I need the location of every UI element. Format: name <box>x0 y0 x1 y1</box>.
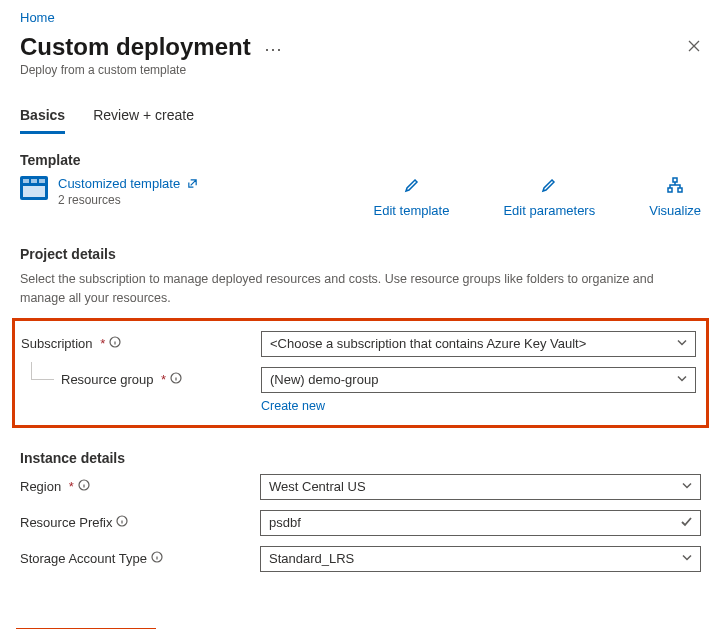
subscription-label: Subscription * <box>21 336 261 351</box>
section-project-details: Project details <box>20 246 701 262</box>
edit-template-button[interactable]: Edit template <box>374 176 450 218</box>
resource-group-label: Resource group * <box>21 372 261 387</box>
hierarchy-icon <box>666 176 684 197</box>
region-label: Region * <box>20 479 260 494</box>
template-resources-count: 2 resources <box>58 193 198 207</box>
info-icon[interactable] <box>116 515 128 530</box>
close-icon[interactable] <box>687 39 701 56</box>
chevron-down-icon <box>676 336 688 351</box>
svg-rect-1 <box>668 188 672 192</box>
pencil-icon <box>403 176 421 197</box>
template-grid-icon <box>20 176 48 200</box>
customized-template-link[interactable]: Customized template <box>58 176 180 191</box>
create-new-link[interactable]: Create new <box>261 399 325 413</box>
storage-account-type-select[interactable]: Standard_LRS <box>260 546 701 572</box>
tab-basics[interactable]: Basics <box>20 103 65 134</box>
highlighted-region: Subscription * <Choose a subscription th… <box>12 318 709 428</box>
external-link-icon <box>184 176 198 191</box>
resource-prefix-input[interactable]: psdbf <box>260 510 701 536</box>
section-instance-details: Instance details <box>20 450 701 466</box>
visualize-button[interactable]: Visualize <box>649 176 701 218</box>
info-icon[interactable] <box>151 551 163 566</box>
page-subtitle: Deploy from a custom template <box>20 63 701 77</box>
tab-review-create[interactable]: Review + create <box>93 103 194 134</box>
pencil-icon <box>540 176 558 197</box>
svg-rect-0 <box>673 178 677 182</box>
info-icon[interactable] <box>78 479 90 494</box>
breadcrumb: Home <box>20 10 701 25</box>
page-title: Custom deployment <box>20 33 251 61</box>
check-icon <box>680 515 693 531</box>
info-icon[interactable] <box>109 336 121 351</box>
section-template: Template <box>20 152 701 168</box>
tabs: Basics Review + create <box>20 103 701 134</box>
resource-group-select[interactable]: (New) demo-group <box>261 367 696 393</box>
svg-rect-2 <box>678 188 682 192</box>
region-select[interactable]: West Central US <box>260 474 701 500</box>
subscription-select[interactable]: <Choose a subscription that contains Azu… <box>261 331 696 357</box>
chevron-down-icon <box>681 479 693 494</box>
chevron-down-icon <box>676 372 688 387</box>
info-icon[interactable] <box>170 372 182 387</box>
more-button[interactable]: ⋯ <box>264 39 282 59</box>
resource-prefix-label: Resource Prefix <box>20 515 260 530</box>
chevron-down-icon <box>681 551 693 566</box>
breadcrumb-home[interactable]: Home <box>20 10 55 25</box>
storage-account-type-label: Storage Account Type <box>20 551 260 566</box>
project-details-description: Select the subscription to manage deploy… <box>20 270 701 308</box>
edit-parameters-button[interactable]: Edit parameters <box>503 176 595 218</box>
